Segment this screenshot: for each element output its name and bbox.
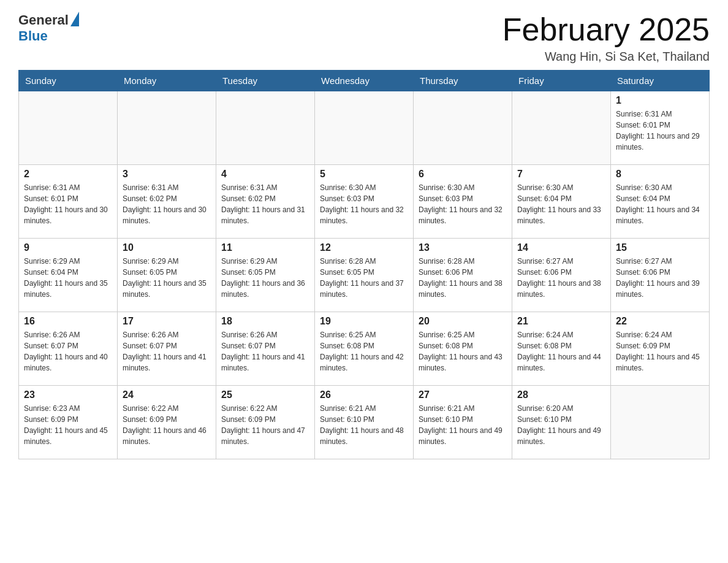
header-wednesday: Wednesday <box>315 71 414 91</box>
calendar-cell: 11Sunrise: 6:29 AMSunset: 6:05 PMDayligh… <box>216 239 315 312</box>
calendar-cell: 26Sunrise: 6:21 AMSunset: 6:10 PMDayligh… <box>315 386 414 459</box>
calendar-cell: 21Sunrise: 6:24 AMSunset: 6:08 PMDayligh… <box>512 312 611 386</box>
logo-general-text: General <box>18 12 69 28</box>
day-info: Sunrise: 6:25 AMSunset: 6:08 PMDaylight:… <box>419 329 507 373</box>
day-info: Sunrise: 6:21 AMSunset: 6:10 PMDaylight:… <box>419 403 507 447</box>
day-number: 22 <box>616 316 704 327</box>
calendar-cell: 8Sunrise: 6:30 AMSunset: 6:04 PMDaylight… <box>611 165 710 239</box>
day-info: Sunrise: 6:30 AMSunset: 6:04 PMDaylight:… <box>517 182 605 226</box>
day-number: 17 <box>123 316 211 327</box>
day-info: Sunrise: 6:23 AMSunset: 6:09 PMDaylight:… <box>24 403 112 447</box>
day-info: Sunrise: 6:31 AMSunset: 6:01 PMDaylight:… <box>616 109 704 153</box>
day-number: 21 <box>517 316 605 327</box>
week-row-3: 9Sunrise: 6:29 AMSunset: 6:04 PMDaylight… <box>19 239 710 312</box>
day-info: Sunrise: 6:24 AMSunset: 6:09 PMDaylight:… <box>616 329 704 373</box>
day-info: Sunrise: 6:30 AMSunset: 6:03 PMDaylight:… <box>320 182 408 226</box>
day-number: 15 <box>616 242 704 253</box>
day-number: 9 <box>24 242 112 253</box>
header-monday: Monday <box>118 71 216 91</box>
header-sunday: Sunday <box>19 71 118 91</box>
day-info: Sunrise: 6:31 AMSunset: 6:01 PMDaylight:… <box>24 182 112 226</box>
calendar-cell: 14Sunrise: 6:27 AMSunset: 6:06 PMDayligh… <box>512 239 611 312</box>
calendar-cell: 27Sunrise: 6:21 AMSunset: 6:10 PMDayligh… <box>414 386 512 459</box>
day-number: 2 <box>24 169 112 180</box>
calendar-table: SundayMondayTuesdayWednesdayThursdayFrid… <box>18 70 710 459</box>
day-info: Sunrise: 6:29 AMSunset: 6:05 PMDaylight:… <box>221 256 309 300</box>
week-row-1: 1Sunrise: 6:31 AMSunset: 6:01 PMDaylight… <box>19 91 710 165</box>
day-number: 12 <box>320 242 408 253</box>
day-number: 25 <box>221 389 309 400</box>
day-number: 1 <box>616 95 704 106</box>
day-number: 8 <box>616 169 704 180</box>
calendar-cell: 24Sunrise: 6:22 AMSunset: 6:09 PMDayligh… <box>118 386 216 459</box>
calendar-cell: 13Sunrise: 6:28 AMSunset: 6:06 PMDayligh… <box>414 239 512 312</box>
calendar-cell: 25Sunrise: 6:22 AMSunset: 6:09 PMDayligh… <box>216 386 315 459</box>
day-number: 19 <box>320 316 408 327</box>
header-saturday: Saturday <box>611 71 710 91</box>
calendar-cell: 12Sunrise: 6:28 AMSunset: 6:05 PMDayligh… <box>315 239 414 312</box>
day-number: 26 <box>320 389 408 400</box>
calendar-cell: 1Sunrise: 6:31 AMSunset: 6:01 PMDaylight… <box>611 91 710 165</box>
calendar-cell: 16Sunrise: 6:26 AMSunset: 6:07 PMDayligh… <box>19 312 118 386</box>
week-row-4: 16Sunrise: 6:26 AMSunset: 6:07 PMDayligh… <box>19 312 710 386</box>
day-number: 27 <box>419 389 507 400</box>
calendar-cell: 17Sunrise: 6:26 AMSunset: 6:07 PMDayligh… <box>118 312 216 386</box>
header-thursday: Thursday <box>414 71 512 91</box>
calendar-cell: 5Sunrise: 6:30 AMSunset: 6:03 PMDaylight… <box>315 165 414 239</box>
calendar-cell <box>19 91 118 165</box>
day-number: 13 <box>419 242 507 253</box>
calendar-cell: 28Sunrise: 6:20 AMSunset: 6:10 PMDayligh… <box>512 386 611 459</box>
calendar-cell <box>414 91 512 165</box>
month-title: February 2025 <box>502 12 710 47</box>
day-info: Sunrise: 6:21 AMSunset: 6:10 PMDaylight:… <box>320 403 408 447</box>
header-friday: Friday <box>512 71 611 91</box>
day-number: 18 <box>221 316 309 327</box>
header-tuesday: Tuesday <box>216 71 315 91</box>
logo-blue-text: Blue <box>18 28 48 44</box>
calendar-cell <box>118 91 216 165</box>
calendar-cell: 20Sunrise: 6:25 AMSunset: 6:08 PMDayligh… <box>414 312 512 386</box>
calendar-cell: 22Sunrise: 6:24 AMSunset: 6:09 PMDayligh… <box>611 312 710 386</box>
day-number: 5 <box>320 169 408 180</box>
day-info: Sunrise: 6:27 AMSunset: 6:06 PMDaylight:… <box>616 256 704 300</box>
calendar-cell: 18Sunrise: 6:26 AMSunset: 6:07 PMDayligh… <box>216 312 315 386</box>
day-info: Sunrise: 6:31 AMSunset: 6:02 PMDaylight:… <box>123 182 211 226</box>
day-number: 6 <box>419 169 507 180</box>
day-info: Sunrise: 6:30 AMSunset: 6:03 PMDaylight:… <box>419 182 507 226</box>
day-info: Sunrise: 6:28 AMSunset: 6:05 PMDaylight:… <box>320 256 408 300</box>
calendar-cell: 10Sunrise: 6:29 AMSunset: 6:05 PMDayligh… <box>118 239 216 312</box>
day-number: 7 <box>517 169 605 180</box>
calendar-header-row: SundayMondayTuesdayWednesdayThursdayFrid… <box>19 71 710 91</box>
day-number: 14 <box>517 242 605 253</box>
day-info: Sunrise: 6:28 AMSunset: 6:06 PMDaylight:… <box>419 256 507 300</box>
logo: General Blue <box>18 12 79 44</box>
day-info: Sunrise: 6:20 AMSunset: 6:10 PMDaylight:… <box>517 403 605 447</box>
calendar-cell: 4Sunrise: 6:31 AMSunset: 6:02 PMDaylight… <box>216 165 315 239</box>
day-number: 20 <box>419 316 507 327</box>
location-title: Wang Hin, Si Sa Ket, Thailand <box>502 50 710 64</box>
day-info: Sunrise: 6:26 AMSunset: 6:07 PMDaylight:… <box>24 329 112 373</box>
calendar-cell: 6Sunrise: 6:30 AMSunset: 6:03 PMDaylight… <box>414 165 512 239</box>
day-number: 10 <box>123 242 211 253</box>
calendar-cell: 15Sunrise: 6:27 AMSunset: 6:06 PMDayligh… <box>611 239 710 312</box>
calendar-cell <box>216 91 315 165</box>
calendar-cell: 19Sunrise: 6:25 AMSunset: 6:08 PMDayligh… <box>315 312 414 386</box>
day-info: Sunrise: 6:30 AMSunset: 6:04 PMDaylight:… <box>616 182 704 226</box>
day-info: Sunrise: 6:22 AMSunset: 6:09 PMDaylight:… <box>123 403 211 447</box>
day-number: 3 <box>123 169 211 180</box>
calendar-cell: 2Sunrise: 6:31 AMSunset: 6:01 PMDaylight… <box>19 165 118 239</box>
day-info: Sunrise: 6:24 AMSunset: 6:08 PMDaylight:… <box>517 329 605 373</box>
day-info: Sunrise: 6:26 AMSunset: 6:07 PMDaylight:… <box>221 329 309 373</box>
week-row-5: 23Sunrise: 6:23 AMSunset: 6:09 PMDayligh… <box>19 386 710 459</box>
day-info: Sunrise: 6:22 AMSunset: 6:09 PMDaylight:… <box>221 403 309 447</box>
day-info: Sunrise: 6:25 AMSunset: 6:08 PMDaylight:… <box>320 329 408 373</box>
day-info: Sunrise: 6:29 AMSunset: 6:04 PMDaylight:… <box>24 256 112 300</box>
calendar-cell <box>512 91 611 165</box>
day-info: Sunrise: 6:27 AMSunset: 6:06 PMDaylight:… <box>517 256 605 300</box>
page-header: General Blue February 2025 Wang Hin, Si … <box>18 12 710 64</box>
day-info: Sunrise: 6:31 AMSunset: 6:02 PMDaylight:… <box>221 182 309 226</box>
day-number: 11 <box>221 242 309 253</box>
calendar-cell: 9Sunrise: 6:29 AMSunset: 6:04 PMDaylight… <box>19 239 118 312</box>
day-number: 24 <box>123 389 211 400</box>
logo-triangle-icon <box>70 12 79 26</box>
